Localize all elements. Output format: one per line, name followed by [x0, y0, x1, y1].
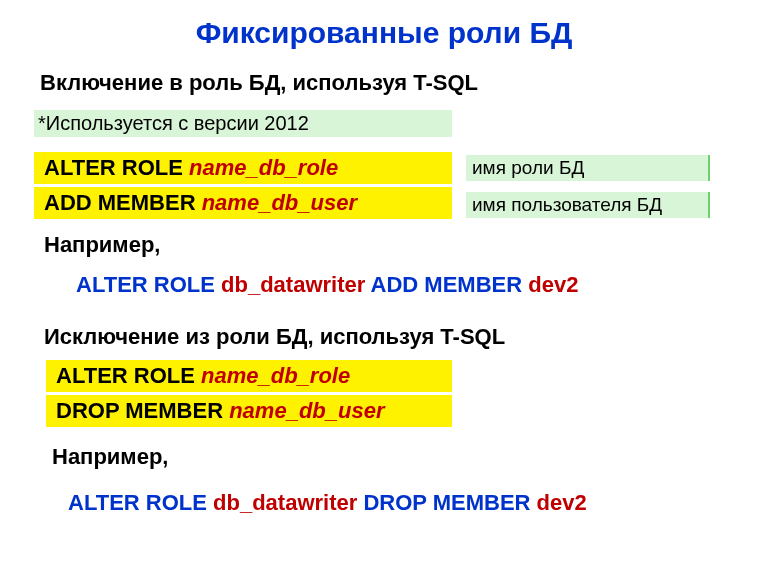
ex-kw: ALTER ROLE	[76, 272, 221, 297]
ex-user: dev2	[537, 490, 587, 515]
code-param-role: name_db_role	[189, 155, 338, 180]
section2-heading: Исключение из роли БД, используя T-SQL	[44, 324, 505, 350]
example2-label: Например,	[52, 444, 168, 470]
code-param-user: name_db_user	[229, 398, 384, 423]
code-kw: ADD MEMBER	[44, 190, 202, 215]
code-drop-line1: ALTER ROLE name_db_role	[46, 360, 452, 392]
code-add-line1: ALTER ROLE name_db_role	[34, 152, 452, 184]
ex-kw2: ADD MEMBER	[365, 272, 528, 297]
code-kw: ALTER ROLE	[56, 363, 201, 388]
hint-user-name: имя пользователя БД	[466, 192, 710, 218]
ex-role: db_datawriter	[221, 272, 365, 297]
code-kw: DROP MEMBER	[56, 398, 229, 423]
ex-kw2: DROP MEMBER	[357, 490, 536, 515]
page-title: Фиксированные роли БД	[0, 16, 768, 50]
code-param-role: name_db_role	[201, 363, 350, 388]
code-add-line2: ADD MEMBER name_db_user	[34, 187, 452, 219]
example2-code: ALTER ROLE db_datawriter DROP MEMBER dev…	[68, 490, 587, 516]
ex-role: db_datawriter	[213, 490, 357, 515]
section1-heading: Включение в роль БД, используя T-SQL	[40, 70, 478, 96]
example1-label: Например,	[44, 232, 160, 258]
example1-code: ALTER ROLE db_datawriter ADD MEMBER dev2	[76, 272, 578, 298]
version-note: *Используется с версии 2012	[34, 110, 452, 137]
hint-role-name: имя роли БД	[466, 155, 710, 181]
code-drop-line2: DROP MEMBER name_db_user	[46, 395, 452, 427]
code-param-user: name_db_user	[202, 190, 357, 215]
code-kw: ALTER ROLE	[44, 155, 189, 180]
ex-kw: ALTER ROLE	[68, 490, 213, 515]
slide: Фиксированные роли БД Включение в роль Б…	[0, 0, 768, 576]
ex-user: dev2	[528, 272, 578, 297]
